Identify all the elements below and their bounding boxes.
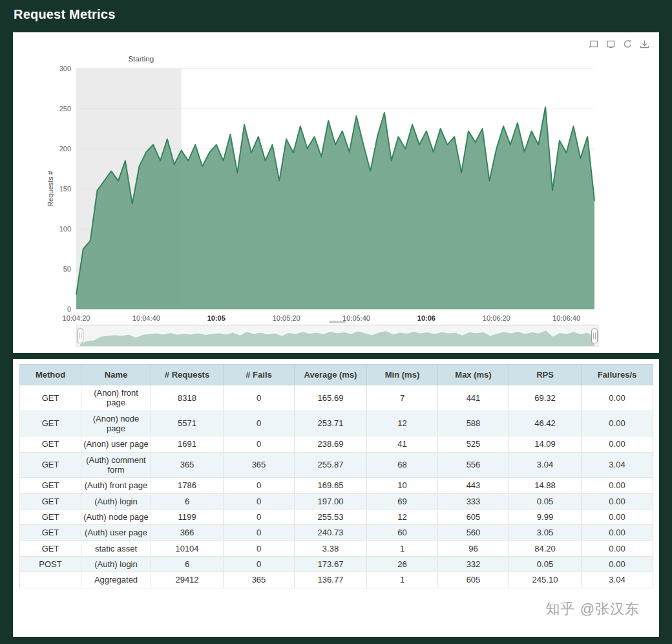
column-header: Min (ms) — [367, 365, 438, 385]
table-row: GET(Auth) user page3660240.73605603.050.… — [20, 525, 653, 541]
table-cell: 96 — [438, 541, 509, 556]
table-cell: GET — [20, 385, 81, 411]
table-cell: 12 — [367, 411, 438, 436]
table-cell: 1691 — [151, 436, 224, 452]
x-tick-label: 10:06:40 — [552, 314, 580, 322]
table-cell: 1786 — [151, 478, 224, 493]
table-cell: 441 — [438, 385, 509, 411]
table-cell: (Auth) login — [81, 493, 151, 509]
table-cell: 9.99 — [509, 509, 582, 524]
table-cell: GET — [20, 411, 81, 436]
table-cell: 0.00 — [582, 478, 653, 493]
scrollbar-thumb[interactable] — [329, 321, 346, 323]
table-cell: 165.69 — [295, 385, 367, 411]
table-cell: 0 — [224, 556, 295, 572]
table-cell: 0.00 — [582, 525, 653, 541]
table-cell: 0.00 — [582, 541, 653, 556]
table-cell: 240.73 — [295, 525, 367, 541]
range-handle-right[interactable] — [592, 329, 598, 343]
column-header: Average (ms) — [295, 365, 367, 385]
download-icon[interactable] — [639, 39, 650, 50]
range-handle-left[interactable] — [78, 329, 83, 343]
metrics-table-body: GET(Anon) front page83180165.69744169.32… — [20, 385, 653, 588]
table-cell: (Anon) user page — [81, 436, 151, 452]
table-cell: 84.20 — [509, 541, 582, 556]
box-zoom-icon[interactable] — [589, 39, 600, 50]
table-row: POST(Auth) login60173.67263320.050.00 — [20, 556, 653, 572]
x-tick-label: 10:05 — [207, 314, 226, 322]
table-cell: 169.65 — [295, 478, 367, 493]
table-cell: 605 — [438, 509, 509, 524]
table-cell: 46.42 — [509, 411, 582, 436]
refresh-icon[interactable] — [622, 39, 633, 50]
x-tick-label: 10:05:20 — [273, 314, 300, 322]
table-cell: 3.04 — [582, 572, 653, 588]
table-cell: 8318 — [151, 385, 224, 411]
table-cell: 0.00 — [582, 436, 653, 452]
table-cell — [20, 572, 81, 588]
requests-chart-svg[interactable]: 050100150200250300Starting10:04:2010:04:… — [13, 32, 659, 353]
table-cell: 525 — [438, 436, 509, 452]
table-cell: 556 — [438, 452, 509, 478]
table-cell: (Auth) comment form — [81, 452, 151, 478]
table-cell: (Auth) user page — [81, 525, 151, 541]
table-cell: 41 — [367, 436, 438, 452]
table-cell: 3.05 — [509, 525, 582, 541]
table-cell: 253.71 — [295, 411, 367, 436]
table-cell: 0.00 — [582, 493, 653, 509]
table-cell: 173.67 — [295, 556, 367, 572]
table-cell: POST — [20, 556, 81, 572]
table-cell: 0.00 — [582, 411, 653, 436]
table-row: GET(Anon) node page55710253.711258846.42… — [20, 411, 653, 436]
table-cell: (Anon) node page — [81, 411, 151, 436]
topbar: Request Metrics — [0, 0, 672, 28]
y-tick-label: 100 — [59, 225, 71, 233]
table-cell: 29412 — [151, 572, 224, 588]
table-cell: 255.87 — [295, 452, 367, 478]
table-panel: MethodName# Requests# FailsAverage (ms)M… — [13, 359, 659, 637]
table-row: GET(Anon) user page16910238.694152514.09… — [20, 436, 653, 452]
column-header: Name — [81, 365, 151, 385]
table-cell: 365 — [151, 452, 224, 478]
table-cell: 365 — [224, 572, 295, 588]
y-tick-label: 150 — [59, 185, 71, 193]
table-cell: 3.04 — [582, 452, 653, 478]
column-header: # Requests — [151, 365, 224, 385]
table-cell: 14.09 — [509, 436, 582, 452]
table-row: GET(Auth) comment form365365255.87685563… — [20, 452, 653, 478]
table-cell: (Auth) login — [81, 556, 151, 572]
table-header-row: MethodName# Requests# FailsAverage (ms)M… — [20, 365, 653, 385]
zoom-reset-icon[interactable] — [605, 39, 616, 50]
table-cell: 0 — [224, 385, 295, 411]
y-tick-label: 250 — [59, 105, 71, 113]
table-cell: 0 — [224, 525, 295, 541]
metrics-table: MethodName# Requests# FailsAverage (ms)M… — [19, 364, 653, 588]
table-cell: 7 — [367, 385, 438, 411]
table-cell: 10104 — [151, 541, 224, 556]
table-cell: 0 — [224, 411, 295, 436]
table-cell: 69 — [367, 493, 438, 509]
table-cell: GET — [20, 478, 81, 493]
table-cell: 26 — [367, 556, 438, 572]
table-cell: 443 — [438, 478, 509, 493]
table-cell: 0.00 — [582, 385, 653, 411]
column-header: RPS — [509, 365, 582, 385]
table-cell: 136.77 — [295, 572, 367, 588]
table-cell: 10 — [367, 478, 438, 493]
table-cell: 14.88 — [509, 478, 582, 493]
table-cell: GET — [20, 436, 81, 452]
chart-toolbox — [589, 39, 650, 50]
table-row: GET(Auth) node page11990255.53126059.990… — [20, 509, 653, 524]
table-row: GET(Auth) login60197.00693330.050.00 — [20, 493, 653, 509]
table-cell: 0 — [224, 478, 295, 493]
x-tick-label: 10:06:20 — [483, 314, 510, 322]
table-cell: 0 — [224, 493, 295, 509]
table-cell: 0.00 — [582, 509, 653, 524]
column-header: Method — [20, 365, 81, 385]
table-cell: 0 — [224, 436, 295, 452]
table-cell: 0 — [224, 541, 295, 556]
x-tick-label: 10:06 — [417, 314, 436, 322]
table-cell: 365 — [224, 452, 295, 478]
table-cell: 605 — [438, 572, 509, 588]
table-cell: 6 — [151, 556, 224, 572]
